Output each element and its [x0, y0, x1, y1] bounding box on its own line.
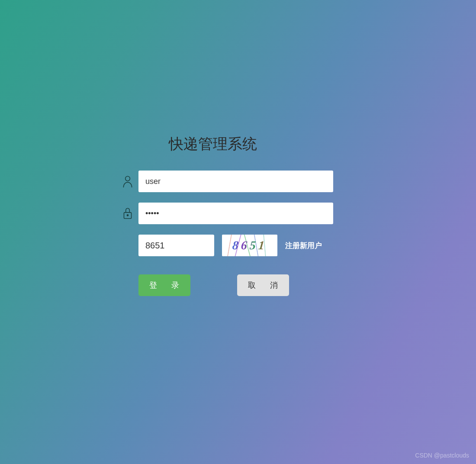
captcha-image-text: 8651 [232, 238, 268, 252]
cancel-button[interactable]: 取 消 [237, 274, 289, 296]
user-icon [117, 175, 138, 188]
svg-point-2 [127, 215, 128, 216]
password-input[interactable] [138, 203, 333, 224]
login-form: 快递管理系统 8651 注册新用户 登 录 取 消 [117, 134, 359, 296]
password-row [117, 203, 359, 224]
captcha-image[interactable]: 8651 [222, 235, 277, 256]
captcha-input[interactable] [138, 235, 214, 256]
page-title: 快递管理系统 [169, 134, 359, 154]
button-row: 登 录 取 消 [138, 274, 359, 296]
login-button[interactable]: 登 录 [138, 274, 190, 296]
captcha-row: 8651 注册新用户 [138, 235, 359, 256]
register-link[interactable]: 注册新用户 [285, 241, 322, 251]
svg-point-0 [125, 176, 130, 181]
username-input[interactable] [138, 171, 333, 192]
lock-icon [117, 207, 138, 220]
username-row [117, 171, 359, 192]
watermark: CSDN @pastclouds [415, 452, 469, 459]
